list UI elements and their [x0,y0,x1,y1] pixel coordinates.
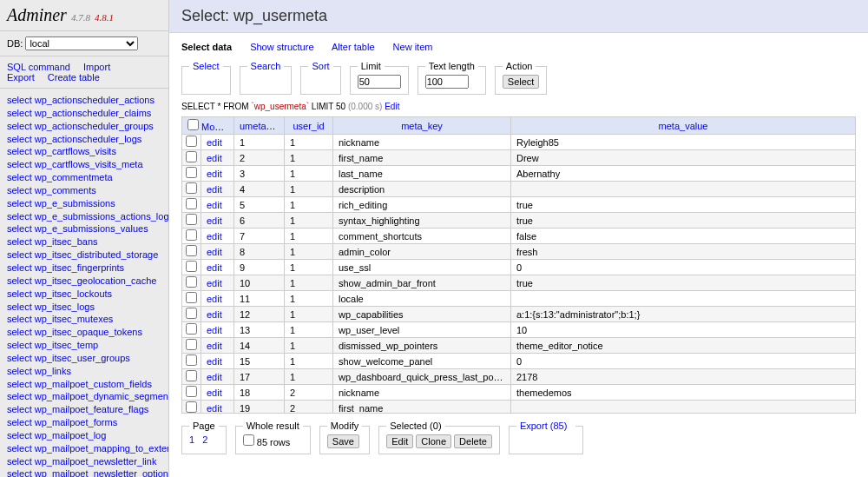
count-rows-checkbox[interactable] [243,434,254,446]
sql-edit-link[interactable]: Edit [385,102,399,111]
cell-umeta-id[interactable]: 17 [234,369,285,385]
cell-meta-value[interactable]: true [511,197,856,213]
cell-user-id[interactable]: 1 [285,197,333,213]
sidebar-table-link[interactable]: select wp_actionscheduler_logs [7,133,168,146]
cell-user-id[interactable]: 1 [285,244,333,260]
cell-umeta-id[interactable]: 9 [234,260,285,275]
sidebar-table-link[interactable]: select wp_e_submissions_actions_log [7,210,168,223]
cell-meta-key[interactable]: first_name [333,150,511,166]
cell-umeta-id[interactable]: 7 [234,229,285,244]
sidebar-table-link[interactable]: select wp_itsec_geolocation_cache [7,275,168,288]
col-umeta-id[interactable]: umeta_id [240,121,279,131]
row-edit-link[interactable]: edit [207,325,222,335]
col-meta-value[interactable]: meta_value [659,121,708,131]
cell-meta-key[interactable]: description [333,182,511,197]
sidebar-table-link[interactable]: select wp_mailpoet_newsletter_link [7,455,168,468]
sidebar-table-link[interactable]: select wp_cartflows_visits_meta [7,158,168,171]
tab-new-item[interactable]: New item [393,42,433,52]
row-edit-link[interactable]: edit [207,262,222,273]
count-rows-label[interactable]: 85 rows [243,437,291,447]
col-user-id[interactable]: user_id [293,121,324,131]
sidebar-table-link[interactable]: select wp_e_submissions_values [7,222,168,235]
cell-meta-value[interactable]: 0 [511,354,856,369]
sidebar-table-link[interactable]: select wp_mailpoet_dynamic_segment [7,390,168,403]
cell-meta-key[interactable]: wp_dashboard_quick_press_last_post_id [333,369,511,385]
sidebar-table-link[interactable]: select wp_mailpoet_forms [7,416,168,429]
check-all[interactable] [187,119,199,130]
cell-meta-value[interactable]: themedemos [511,385,856,401]
col-meta-key[interactable]: meta_key [401,121,443,131]
text-length-input[interactable] [425,75,469,89]
version-latest[interactable]: 4.8.1 [95,12,114,23]
cell-meta-key[interactable]: rich_editing [333,197,511,213]
legend-export[interactable]: Export (85) [520,421,567,431]
sidebar-table-link[interactable]: select wp_itsec_mutexes [7,313,168,326]
sidebar-table-link[interactable]: select wp_itsec_temp [7,339,168,352]
row-edit-link[interactable]: edit [207,388,222,398]
tab-show-structure[interactable]: Show structure [250,42,313,52]
sidebar-table-link[interactable]: select wp_mailpoet_feature_flags [7,403,168,416]
sidebar-table-link[interactable]: select wp_mailpoet_mapping_to_external [7,442,168,455]
row-checkbox[interactable] [186,261,197,272]
cell-meta-value[interactable] [511,401,856,414]
cell-meta-key[interactable]: wp_user_level [333,322,511,338]
legend-sort[interactable]: Sort [312,61,329,71]
sidebar-table-link[interactable]: select wp_itsec_user_groups [7,352,168,365]
cell-meta-key[interactable]: use_ssl [333,260,511,275]
cell-user-id[interactable]: 1 [285,354,333,369]
cell-user-id[interactable]: 1 [285,307,333,322]
cell-umeta-id[interactable]: 14 [234,338,285,354]
cell-meta-value[interactable]: false [511,229,856,244]
cell-meta-key[interactable]: syntax_highlighting [333,213,511,229]
sidebar-table-link[interactable]: select wp_itsec_bans [7,235,168,248]
cell-user-id[interactable]: 2 [285,385,333,401]
cell-umeta-id[interactable]: 2 [234,150,285,166]
sidebar-table-link[interactable]: select wp_actionscheduler_groups [7,120,168,133]
clone-selected-button[interactable] [416,434,451,448]
cell-umeta-id[interactable]: 4 [234,182,285,197]
tab-alter-table[interactable]: Alter table [332,42,375,52]
cell-meta-value[interactable]: 10 [511,322,856,338]
row-edit-link[interactable]: edit [207,309,222,320]
cell-user-id[interactable]: 2 [285,401,333,414]
row-edit-link[interactable]: edit [207,278,222,288]
tab-select-data[interactable]: Select data [181,42,232,52]
row-checkbox[interactable] [186,386,197,397]
modify-link[interactable]: Modify [201,122,229,132]
cell-meta-key[interactable]: last_name [333,166,511,182]
sidebar-table-link[interactable]: select wp_comments [7,184,168,197]
sidebar-table-link[interactable]: select wp_actionscheduler_claims [7,107,168,120]
row-checkbox[interactable] [186,339,197,350]
sidebar-table-link[interactable]: select wp_itsec_distributed_storage [7,248,168,262]
cell-umeta-id[interactable]: 1 [234,135,285,150]
row-edit-link[interactable]: edit [207,200,222,210]
row-edit-link[interactable]: edit [207,372,222,382]
cell-user-id[interactable]: 1 [285,322,333,338]
row-checkbox[interactable] [186,323,197,335]
brand-link[interactable]: Adminer [7,5,67,24]
cell-meta-value[interactable]: fresh [511,244,856,260]
cell-umeta-id[interactable]: 5 [234,197,285,213]
page-2-link[interactable]: 2 [202,434,207,445]
sidebar-table-link[interactable]: select wp_mailpoet_newsletter_option [7,467,168,477]
sidebar-table-link[interactable]: select wp_mailpoet_log [7,429,168,442]
action-select-button[interactable] [503,75,540,89]
sidebar-table-link[interactable]: select wp_links [7,365,168,378]
row-checkbox[interactable] [186,292,197,303]
cell-meta-key[interactable]: nickname [333,385,511,401]
cell-umeta-id[interactable]: 18 [234,385,285,401]
row-edit-link[interactable]: edit [207,247,222,257]
cell-umeta-id[interactable]: 10 [234,275,285,291]
cell-meta-value[interactable] [511,182,856,197]
row-edit-link[interactable]: edit [207,403,222,414]
save-button[interactable] [327,434,359,448]
row-edit-link[interactable]: edit [207,356,222,367]
row-checkbox[interactable] [186,276,197,288]
sidebar-table-link[interactable]: select wp_itsec_lockouts [7,288,168,301]
sidebar-table-link[interactable]: select wp_commentmeta [7,171,168,184]
row-edit-link[interactable]: edit [207,169,222,179]
row-edit-link[interactable]: edit [207,215,222,226]
row-checkbox[interactable] [186,229,197,241]
cell-user-id[interactable]: 1 [285,229,333,244]
cell-umeta-id[interactable]: 19 [234,401,285,414]
